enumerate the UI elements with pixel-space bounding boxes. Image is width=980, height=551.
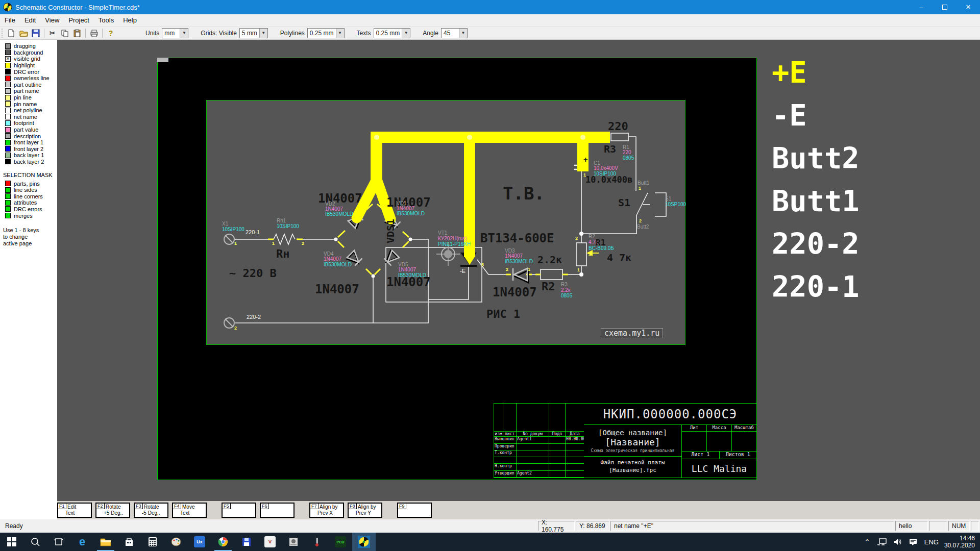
menu-view[interactable]: View — [40, 15, 64, 26]
angle-combo[interactable]: 45▼ — [441, 28, 468, 38]
minimize-button[interactable]: – — [910, 0, 933, 14]
legend-item[interactable]: dragging — [2, 43, 55, 49]
clock[interactable]: 14:46 30.07.2020 — [942, 535, 980, 549]
legend-item[interactable]: footprint — [2, 120, 55, 127]
legend-item[interactable]: part name — [2, 88, 55, 94]
grids-combo[interactable]: 5 mm▼ — [239, 28, 268, 38]
store-icon[interactable] — [117, 533, 141, 551]
taskbar: e Ux V PCB ⌃ — [0, 533, 980, 551]
legend-item[interactable]: DRC error — [2, 68, 55, 75]
legend-item[interactable]: line sides — [2, 187, 55, 193]
ux-app-icon[interactable]: Ux — [188, 533, 211, 551]
texts-combo[interactable]: 0.25 mm▼ — [374, 28, 411, 38]
cut-icon[interactable]: ✂ — [47, 28, 58, 38]
legend-item[interactable]: net name — [2, 114, 55, 120]
language-indicator[interactable]: ENG — [921, 538, 942, 546]
floppy-app-icon[interactable] — [235, 533, 258, 551]
net-name-220-2[interactable]: 220-2 — [772, 222, 860, 265]
paste-icon[interactable] — [72, 28, 82, 38]
color-swatch — [5, 200, 11, 206]
legend-item[interactable]: pin line — [2, 94, 55, 101]
legend-item[interactable]: back layer 1 — [2, 152, 55, 159]
fkey-f3[interactable]: F3Rotate-5 Deg.. — [134, 503, 168, 518]
network-icon[interactable] — [874, 538, 890, 545]
fkey-f6[interactable]: F6 — [260, 503, 295, 518]
schematic-label: Rh1 — [277, 218, 286, 223]
fkey-f8[interactable]: F8Align byPrev Y — [348, 503, 382, 518]
legend-item[interactable]: pin name — [2, 101, 55, 107]
legend-item[interactable]: front layer 2 — [2, 146, 55, 153]
probe-app-icon[interactable] — [305, 533, 329, 551]
schematic-canvas[interactable]: 220R3R12200805+C110,0x400V10SIP10010.0x4… — [206, 100, 685, 345]
net-name-220-1[interactable]: 220-1 — [772, 265, 860, 308]
notification-icon[interactable] — [905, 538, 921, 545]
new-file-icon[interactable] — [6, 28, 16, 38]
menu-edit[interactable]: Edit — [20, 15, 40, 26]
start-button[interactable] — [0, 533, 23, 551]
color-swatch — [5, 63, 11, 68]
legend-item[interactable]: ✕visible grid — [2, 56, 55, 62]
copy-icon[interactable] — [60, 28, 70, 38]
legend-item[interactable]: ownerless line — [2, 75, 55, 82]
title-block-cell — [549, 464, 566, 470]
search-icon[interactable] — [23, 533, 47, 551]
net-name-Butt1[interactable]: Butt1 — [772, 180, 860, 222]
volume-icon[interactable] — [890, 538, 905, 545]
menu-tools[interactable]: Tools — [94, 15, 118, 26]
edge-icon[interactable]: e — [70, 533, 94, 551]
viewer-app-icon[interactable]: V — [258, 533, 282, 551]
fkey-f2[interactable]: F2Rotate+5 Deg.. — [95, 503, 130, 518]
net-name--E[interactable]: -E — [772, 94, 860, 137]
schematic-label: R3 — [604, 143, 616, 155]
fkey-f4[interactable]: F4MoveText — [172, 503, 207, 518]
legend-item[interactable]: back layer 2 — [2, 159, 55, 165]
legend-item[interactable]: net polyline — [2, 107, 55, 114]
file-explorer-icon[interactable] — [94, 533, 117, 551]
fkey-f7[interactable]: F7Align byPrev X — [309, 503, 344, 518]
maximize-button[interactable] — [933, 0, 957, 14]
print-icon[interactable] — [89, 28, 99, 38]
legend-item[interactable]: part outline — [2, 82, 55, 88]
schematic-label: 220 — [608, 120, 628, 133]
fkey-f9[interactable]: F9 — [397, 503, 432, 518]
title-block-cell: Agent1 — [517, 437, 549, 443]
help-icon[interactable]: ? — [106, 28, 116, 38]
color-swatch — [5, 69, 11, 74]
color-swatch — [5, 101, 11, 107]
color-swatch — [5, 76, 11, 81]
tray-chevron-icon[interactable]: ⌃ — [861, 538, 874, 546]
net-name-+E[interactable]: +E — [772, 51, 860, 94]
net-name-Butt2[interactable]: Butt2 — [772, 137, 860, 180]
polylines-combo[interactable]: 0.25 mm▼ — [307, 28, 345, 38]
legend-item[interactable]: front layer 1 — [2, 139, 55, 146]
open-file-icon[interactable] — [18, 28, 29, 38]
legend-item[interactable]: part value — [2, 127, 55, 133]
calculator-icon[interactable] — [141, 533, 164, 551]
legend-item[interactable]: background — [2, 49, 55, 56]
save-icon[interactable] — [31, 28, 41, 38]
menu-file[interactable]: File — [0, 15, 20, 26]
menu-project[interactable]: Project — [64, 15, 93, 26]
fkey-f5[interactable]: F5 — [222, 503, 256, 518]
units-combo[interactable]: mm▼ — [162, 28, 188, 38]
legend-item[interactable]: parts, pins — [2, 180, 55, 187]
chrome-icon[interactable] — [211, 533, 235, 551]
legend-item[interactable]: description — [2, 133, 55, 139]
close-button[interactable]: × — [957, 0, 980, 14]
schematic-label: + — [583, 156, 587, 164]
legend-item[interactable]: line corners — [2, 193, 55, 199]
task-view-icon[interactable] — [47, 533, 70, 551]
legend-item[interactable]: merges — [2, 212, 55, 219]
menu-help[interactable]: Help — [118, 15, 141, 26]
schematic-constructor-taskbar-icon[interactable] — [352, 533, 376, 551]
legend-item[interactable]: DRC errors — [2, 206, 55, 213]
legend-label: visible grid — [14, 56, 40, 62]
photo-app-icon[interactable] — [282, 533, 305, 551]
legend-item[interactable]: highlight — [2, 62, 55, 69]
pcb-app-icon[interactable]: PCB — [329, 533, 352, 551]
fkey-f1[interactable]: F1EditText — [57, 503, 92, 518]
paint-icon[interactable] — [164, 533, 188, 551]
schematic-label: РИС 1 — [486, 308, 520, 320]
chevron-down-icon: ▼ — [336, 29, 344, 38]
legend-item[interactable]: attributes — [2, 199, 55, 206]
